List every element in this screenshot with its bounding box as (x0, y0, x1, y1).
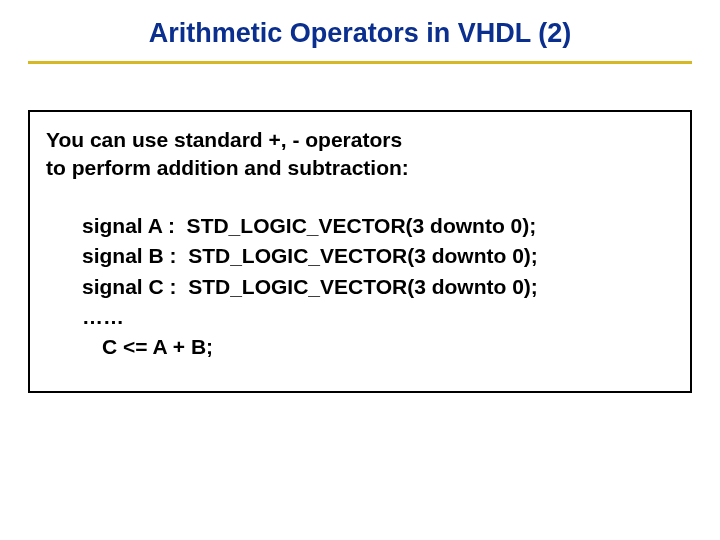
content-frame: You can use standard +, - operators to p… (28, 110, 692, 393)
signal-decl-a: signal A : STD_LOGIC_VECTOR(3 downto 0); (82, 211, 674, 241)
signal-decl-c: signal C : STD_LOGIC_VECTOR(3 downto 0); (82, 272, 674, 302)
intro-text: You can use standard +, - operators to p… (46, 126, 674, 183)
intro-line-2: to perform addition and subtraction: (46, 154, 674, 182)
assignment-stmt: C <= A + B; (82, 332, 674, 362)
intro-line-1: You can use standard +, - operators (46, 126, 674, 154)
ellipsis: …… (82, 302, 674, 332)
code-block: signal A : STD_LOGIC_VECTOR(3 downto 0);… (46, 211, 674, 363)
slide-title: Arithmetic Operators in VHDL (2) (68, 18, 652, 61)
title-underline (28, 61, 692, 64)
signal-decl-b: signal B : STD_LOGIC_VECTOR(3 downto 0); (82, 241, 674, 271)
